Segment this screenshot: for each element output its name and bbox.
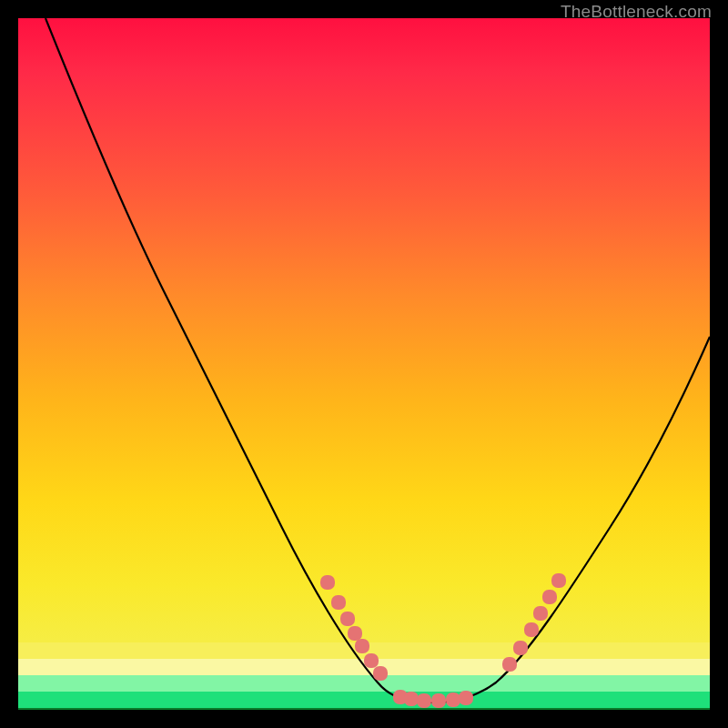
svg-rect-14: [513, 641, 528, 655]
curve-svg: [18, 18, 710, 710]
svg-rect-6: [373, 666, 388, 681]
svg-rect-12: [459, 691, 473, 705]
svg-rect-1: [331, 595, 346, 610]
svg-rect-11: [446, 693, 460, 707]
svg-rect-18: [551, 573, 566, 588]
markers-right: [502, 573, 566, 672]
svg-rect-5: [364, 653, 379, 668]
bottleneck-curve: [46, 18, 710, 703]
svg-rect-10: [431, 693, 446, 708]
svg-rect-13: [502, 657, 517, 672]
markers-left: [320, 575, 388, 681]
svg-rect-15: [524, 622, 539, 637]
svg-rect-16: [533, 606, 548, 621]
svg-rect-4: [355, 639, 369, 653]
svg-rect-17: [542, 590, 557, 604]
svg-rect-0: [320, 575, 335, 590]
svg-rect-9: [417, 693, 431, 708]
markers-floor: [393, 690, 473, 708]
svg-rect-2: [340, 612, 355, 626]
svg-rect-8: [404, 692, 419, 706]
plot-area: [18, 18, 710, 710]
chart-stage: TheBottleneck.com: [0, 0, 728, 728]
svg-rect-3: [348, 626, 362, 641]
